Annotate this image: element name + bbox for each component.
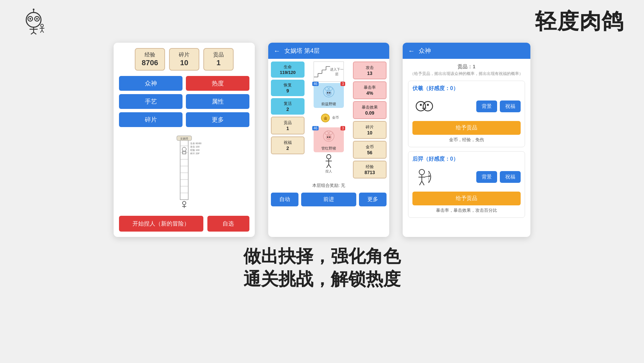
stat-tribute: 贡品 1	[203, 48, 234, 71]
god-houyi-section: 后羿（好感度：0）	[408, 151, 525, 218]
screen2-bottom-buttons: 自动 前进 更多	[268, 190, 389, 209]
screen3-header: ← 众神	[403, 43, 530, 59]
houyi-blessing-button[interactable]: 祝福	[500, 171, 521, 183]
enemy1-badge-right: 3	[340, 82, 345, 86]
revive-label: 复活	[272, 101, 303, 107]
svg-point-65	[427, 104, 429, 106]
tribute-info-area: 贡品：1 （给予贡品，摇出出现该众神的概率，摇出出现有祝福的概率）	[408, 63, 525, 77]
svg-marker-73	[429, 175, 430, 177]
tribute-count: 贡品：1	[408, 63, 525, 71]
screen1-buttons-grid: 众神 热度 手艺 属性 碎片 更多	[114, 73, 255, 130]
zhongshen-button[interactable]: 众神	[119, 76, 183, 91]
recover-label: 恢复	[272, 82, 303, 88]
svg-text:碎片 20F: 碎片 20F	[190, 152, 200, 155]
suipian-button[interactable]: 碎片	[119, 112, 183, 127]
svg-text:金: 金	[323, 116, 328, 120]
enemy1-name: 前益野猪	[315, 102, 343, 107]
svg-point-63	[423, 102, 433, 111]
svg-text:攻击 100: 攻击 100	[190, 146, 200, 148]
stat-fragments-value: 10	[175, 58, 193, 67]
crit-rate-value: 4%	[355, 90, 385, 96]
screen3-title: 众神	[419, 47, 431, 55]
revive-value: 2	[272, 107, 303, 112]
svg-point-53	[327, 136, 328, 138]
svg-point-48	[329, 87, 332, 90]
fragments-value: 10	[355, 130, 385, 135]
screens-container: 经验 8706 碎片 10 贡品 1 众神 热度 手艺 属性 碎片 更多	[0, 43, 644, 237]
fuxi-avatar-svg	[413, 95, 435, 117]
svg-point-45	[327, 92, 328, 93]
life-box: 生命 119/120	[271, 62, 305, 78]
right-stats-panel: 攻击 13 暴击率 4% 暴击效果 0.09 碎片 10 金币 56	[353, 62, 387, 178]
back-arrow-icon[interactable]: ←	[274, 47, 280, 55]
svg-point-64	[420, 104, 422, 106]
svg-point-11	[41, 24, 43, 27]
screen1-bottom-row: 开始捏人（新的冒险） 自选	[114, 212, 255, 237]
exp-label: 经验	[355, 164, 385, 170]
player-box: 捏人	[314, 154, 344, 174]
tribute-box: 贡品 1	[271, 117, 305, 134]
screen1: 经验 8706 碎片 10 贡品 1 众神 热度 手艺 属性 碎片 更多	[114, 43, 255, 237]
houyi-title: 后羿（好感度：0）	[412, 156, 521, 163]
svg-point-46	[329, 92, 330, 93]
screen2-body: 生命 119/120 恢复 9 复活 2 贡品 1 祝福 2	[268, 59, 389, 181]
stat-experience-value: 8706	[141, 58, 159, 67]
screen3: ← 众神 贡品：1 （给予贡品，摇出出现该众神的概率，摇出出现有祝福的概率） 伏…	[403, 43, 530, 237]
player-svg	[322, 154, 335, 169]
attack-label: 攻击	[355, 65, 385, 71]
enemy1-box[interactable]: 46 3 前益野猪	[314, 83, 344, 108]
fragments-label: 碎片	[355, 124, 385, 130]
life-value: 119/120	[272, 70, 303, 75]
houyi-body: 背景 祝福	[412, 165, 521, 189]
stat-experience: 经验 8706	[135, 48, 165, 71]
logo-area	[20, 8, 47, 35]
svg-point-52	[326, 135, 331, 140]
exp-box: 经验 8713	[353, 161, 387, 178]
enemy2-box[interactable]: 46 3 管红野猪	[314, 127, 344, 152]
svg-line-69	[419, 181, 422, 185]
life-label: 生命	[272, 64, 303, 70]
gold-label-r: 金币	[355, 144, 385, 150]
fuxi-background-button[interactable]: 背景	[476, 100, 497, 112]
custom-select-button[interactable]: 自选	[207, 216, 249, 232]
tower-svg: 女娲塔 生命 80/80 攻击 100 经验 100 碎片 20F	[164, 132, 204, 210]
tribute-label: 贡品	[273, 120, 303, 126]
houyi-avatar-svg	[413, 166, 435, 188]
screen2: ← 女娲塔 第4层 生命 119/120 恢复 9 复活 2 贡品	[268, 43, 389, 237]
attack-value: 13	[355, 71, 385, 76]
gold-coin-svg: 金	[319, 112, 332, 124]
fuxi-avatar	[412, 95, 436, 118]
enemy1-badge-left: 46	[312, 82, 319, 86]
svg-line-70	[422, 181, 424, 185]
enemy2-badge-left: 46	[312, 126, 319, 130]
svg-point-57	[327, 155, 331, 159]
start-new-adventure-button[interactable]: 开始捏人（新的冒险）	[119, 216, 203, 232]
attack-box: 攻击 13	[353, 62, 387, 79]
bottom-text-area: 做出抉择，强化角色 通关挑战，解锁热度	[0, 237, 644, 290]
more-button[interactable]: 更多	[359, 193, 387, 206]
crit-effect-value: 0.09	[355, 110, 385, 116]
gengduo-button[interactable]: 更多	[186, 112, 249, 127]
fuxi-give-tribute-button[interactable]: 给予贡品	[412, 121, 521, 135]
houyi-give-tribute-button[interactable]: 给予贡品	[412, 192, 521, 205]
screen3-back-icon[interactable]: ←	[408, 47, 415, 55]
houyi-background-button[interactable]: 背景	[476, 171, 497, 183]
stat-tribute-label: 贡品	[209, 51, 228, 58]
crit-effect-label: 暴击效果	[355, 105, 385, 110]
advance-button[interactable]: 前进	[301, 193, 356, 206]
auto-button[interactable]: 自动	[271, 193, 298, 206]
screen3-body: 贡品：1 （给予贡品，摇出出现该众神的概率，摇出出现有祝福的概率） 伏羲（好感度…	[403, 59, 530, 226]
svg-line-9	[31, 32, 34, 34]
logo-icon	[20, 8, 47, 35]
stat-fragments-label: 碎片	[175, 51, 193, 58]
shuxing-button[interactable]: 属性	[186, 94, 249, 109]
stairs-svg	[314, 65, 330, 78]
redu-button[interactable]: 热度	[186, 76, 249, 91]
exp-value: 8713	[355, 170, 385, 175]
gold-value: 56	[355, 150, 385, 155]
stat-tribute-value: 1	[209, 58, 228, 67]
shouyi-button[interactable]: 手艺	[119, 94, 183, 109]
svg-point-6	[33, 8, 35, 10]
tribute-value: 1	[273, 126, 303, 131]
fuxi-blessing-button[interactable]: 祝福	[500, 100, 521, 112]
